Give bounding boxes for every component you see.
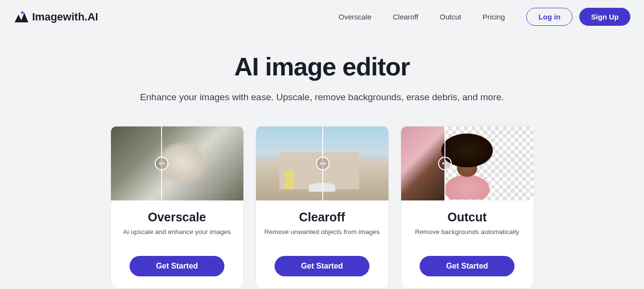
signup-button[interactable]: Sign Up: [579, 8, 630, 26]
card-outcut-button[interactable]: Get Started: [420, 256, 514, 276]
hero: AI image editor Enhance your images with…: [0, 52, 644, 103]
nav-pricing[interactable]: Pricing: [482, 13, 505, 21]
card-overscale: Overscale Ai upscale and enhance your im…: [110, 126, 244, 289]
auth-buttons: Log in Sign Up: [526, 8, 630, 26]
card-outcut-image: [401, 126, 534, 200]
feature-cards: Overscale Ai upscale and enhance your im…: [0, 126, 644, 289]
compare-slider-icon[interactable]: [316, 157, 330, 170]
nav-clearoff[interactable]: Clearoff: [393, 13, 418, 21]
card-body: Overscale Ai upscale and enhance your im…: [111, 200, 243, 288]
card-overscale-button[interactable]: Get Started: [129, 256, 224, 276]
login-button[interactable]: Log in: [526, 8, 572, 26]
card-outcut-title: Outcut: [409, 210, 526, 224]
main-nav: Overscale Clearoff Outcut Pricing Log in…: [338, 8, 630, 26]
compare-slider-icon[interactable]: [155, 157, 168, 170]
hero-title: AI image editor: [0, 52, 644, 81]
card-clearoff-desc: Remove unwanted objects from images: [264, 228, 381, 235]
card-overscale-desc: Ai upscale and enhance your images: [119, 228, 236, 235]
nav-overscale[interactable]: Overscale: [338, 13, 371, 21]
logo[interactable]: Imagewith.AI: [14, 11, 98, 23]
card-outcut-desc: Remove backgrounds automatically: [409, 228, 526, 235]
card-clearoff: Clearoff Remove unwanted objects from im…: [256, 126, 389, 289]
card-overscale-image: [111, 126, 243, 200]
card-outcut: Outcut Remove backgrounds automatically …: [401, 126, 534, 289]
card-clearoff-button[interactable]: Get Started: [275, 256, 369, 276]
compare-slider-icon[interactable]: [438, 157, 452, 170]
card-clearoff-image: [256, 126, 388, 200]
header: Imagewith.AI Overscale Clearoff Outcut P…: [0, 0, 644, 34]
hero-subtitle: Enhance your images with ease. Upscale, …: [0, 92, 644, 103]
card-clearoff-title: Clearoff: [264, 210, 381, 224]
logo-text: Imagewith.AI: [32, 11, 98, 23]
nav-outcut[interactable]: Outcut: [440, 13, 461, 21]
card-overscale-title: Overscale: [119, 210, 236, 224]
svg-point-0: [21, 11, 24, 14]
logo-icon: [14, 11, 28, 23]
card-body: Clearoff Remove unwanted objects from im…: [256, 200, 388, 288]
card-body: Outcut Remove backgrounds automatically …: [401, 200, 534, 288]
